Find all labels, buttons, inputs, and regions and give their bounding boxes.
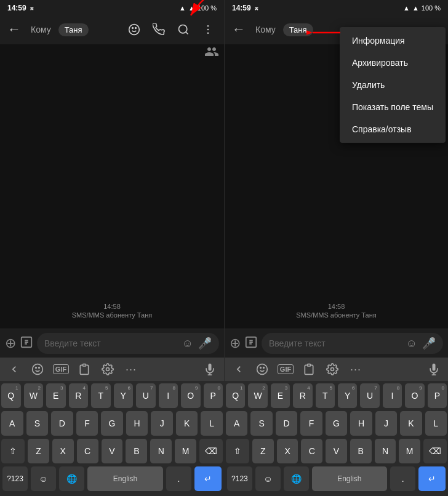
key-enter-right[interactable]: ↵ xyxy=(418,466,446,491)
kb-clipboard-button-right[interactable] xyxy=(300,363,318,375)
key-Q-right[interactable]: Q1 xyxy=(226,383,245,408)
key-U-right[interactable]: U7 xyxy=(360,383,379,408)
key-backspace-right[interactable]: ⌫ xyxy=(423,439,447,463)
kb-settings-button-left[interactable] xyxy=(98,363,117,375)
kb-back-button-right[interactable] xyxy=(230,363,248,375)
mic-input-icon-right[interactable]: 🎤 xyxy=(422,337,436,350)
emoji-toolbar-button[interactable] xyxy=(123,18,145,41)
key-nums-right[interactable]: ?123 xyxy=(227,466,252,491)
mic-input-icon-left[interactable]: 🎤 xyxy=(198,337,212,350)
key-X-left[interactable]: X xyxy=(52,439,74,463)
message-input-right[interactable]: Введите текст ☺ 🎤 xyxy=(262,333,443,354)
key-S-right[interactable]: S xyxy=(250,411,272,436)
add-button-left[interactable]: ⊕ xyxy=(5,335,16,351)
menu-item-help[interactable]: Справка/отзыв xyxy=(340,118,446,140)
key-K-right[interactable]: K xyxy=(400,411,422,436)
key-I-left[interactable]: I8 xyxy=(159,383,178,408)
message-input-left[interactable]: Введите текст ☺ 🎤 xyxy=(37,333,219,354)
more-button-left[interactable] xyxy=(197,18,219,41)
key-U-left[interactable]: U7 xyxy=(136,383,156,408)
kb-clipboard-button-left[interactable] xyxy=(75,363,94,375)
key-J-right[interactable]: J xyxy=(375,411,397,436)
key-P-left[interactable]: P0 xyxy=(204,383,223,408)
menu-item-info[interactable]: Информация xyxy=(340,30,446,52)
kb-gif-button-right[interactable]: GIF xyxy=(276,364,295,374)
key-V-right[interactable]: V xyxy=(326,439,347,463)
key-I-right[interactable]: I8 xyxy=(383,383,402,408)
back-button-left[interactable]: ← xyxy=(5,19,23,40)
key-R-left[interactable]: R4 xyxy=(69,383,89,408)
key-O-right[interactable]: O9 xyxy=(405,383,424,408)
key-emoji-right[interactable]: ☺ xyxy=(255,466,281,491)
key-J-left[interactable]: J xyxy=(151,411,173,436)
key-D-left[interactable]: D xyxy=(51,411,73,436)
back-button-right[interactable]: ← xyxy=(230,19,248,40)
key-enter-left[interactable]: ↵ xyxy=(194,466,222,491)
add-button-right[interactable]: ⊕ xyxy=(230,335,241,351)
key-D-right[interactable]: D xyxy=(276,411,297,436)
kb-gif-button-left[interactable]: GIF xyxy=(52,364,70,374)
kb-mic-button-left[interactable] xyxy=(201,363,219,375)
key-Q-left[interactable]: Q1 xyxy=(1,383,21,408)
key-L-right[interactable]: L xyxy=(425,411,447,436)
key-H-right[interactable]: H xyxy=(350,411,372,436)
key-globe-right[interactable]: 🌐 xyxy=(284,466,309,491)
menu-item-delete[interactable]: Удалить xyxy=(340,74,446,96)
key-Z-right[interactable]: Z xyxy=(252,439,274,463)
key-nums-left[interactable]: ?123 xyxy=(2,466,28,491)
kb-emoji-button-right[interactable] xyxy=(253,363,271,375)
key-F-right[interactable]: F xyxy=(300,411,322,436)
kb-mic-button-right[interactable] xyxy=(425,363,443,375)
key-space-left[interactable]: English xyxy=(87,466,163,491)
key-R-right[interactable]: R4 xyxy=(293,383,312,408)
key-N-left[interactable]: N xyxy=(150,439,172,463)
key-Z-left[interactable]: Z xyxy=(28,439,49,463)
recipient-chip-right[interactable]: Таня xyxy=(283,23,313,36)
key-P-right[interactable]: P0 xyxy=(428,383,447,408)
menu-item-subject[interactable]: Показать поле темы xyxy=(340,96,446,118)
emoji-input-icon-right[interactable]: ☺ xyxy=(406,337,417,350)
key-W-left[interactable]: W2 xyxy=(24,383,44,408)
key-backspace-left[interactable]: ⌫ xyxy=(199,439,223,463)
key-shift-left[interactable]: ⇧ xyxy=(1,439,25,463)
key-dot-left[interactable]: . xyxy=(166,466,191,491)
key-H-left[interactable]: H xyxy=(126,411,148,436)
key-M-left[interactable]: M xyxy=(175,439,196,463)
key-E-right[interactable]: E3 xyxy=(271,383,290,408)
key-A-right[interactable]: A xyxy=(226,411,247,436)
key-L-left[interactable]: L xyxy=(201,411,223,436)
key-W-right[interactable]: W2 xyxy=(248,383,267,408)
key-C-right[interactable]: C xyxy=(301,439,322,463)
key-G-left[interactable]: G xyxy=(101,411,123,436)
kb-more-button-left[interactable]: ··· xyxy=(122,363,140,376)
key-S-left[interactable]: S xyxy=(26,411,49,436)
key-E-left[interactable]: E3 xyxy=(46,383,66,408)
key-space-right[interactable]: English xyxy=(312,466,388,491)
phone-button[interactable] xyxy=(148,18,170,41)
key-X-right[interactable]: X xyxy=(277,439,298,463)
attach-button-right[interactable] xyxy=(244,335,258,352)
key-A-left[interactable]: A xyxy=(1,411,23,436)
attach-button-left[interactable] xyxy=(20,335,33,352)
key-T-right[interactable]: T5 xyxy=(316,383,335,408)
key-N-right[interactable]: N xyxy=(375,439,396,463)
kb-settings-button-right[interactable] xyxy=(323,363,342,375)
key-O-left[interactable]: O9 xyxy=(181,383,201,408)
key-F-left[interactable]: F xyxy=(76,411,98,436)
key-globe-left[interactable]: 🌐 xyxy=(59,466,84,491)
key-K-left[interactable]: K xyxy=(176,411,198,436)
key-C-left[interactable]: C xyxy=(77,439,98,463)
key-V-left[interactable]: V xyxy=(102,439,123,463)
kb-emoji-button-left[interactable] xyxy=(28,363,47,375)
key-Y-right[interactable]: Y6 xyxy=(338,383,357,408)
key-shift-right[interactable]: ⇧ xyxy=(226,439,249,463)
kb-more-button-right[interactable]: ··· xyxy=(346,363,365,376)
key-B-left[interactable]: B xyxy=(126,439,147,463)
add-people-button[interactable] xyxy=(204,44,219,62)
key-G-right[interactable]: G xyxy=(326,411,347,436)
menu-item-archive[interactable]: Архивировать xyxy=(340,52,446,74)
key-dot-right[interactable]: . xyxy=(390,466,415,491)
emoji-input-icon-left[interactable]: ☺ xyxy=(182,337,193,350)
kb-back-button-left[interactable] xyxy=(5,363,23,375)
key-Y-left[interactable]: Y6 xyxy=(114,383,134,408)
